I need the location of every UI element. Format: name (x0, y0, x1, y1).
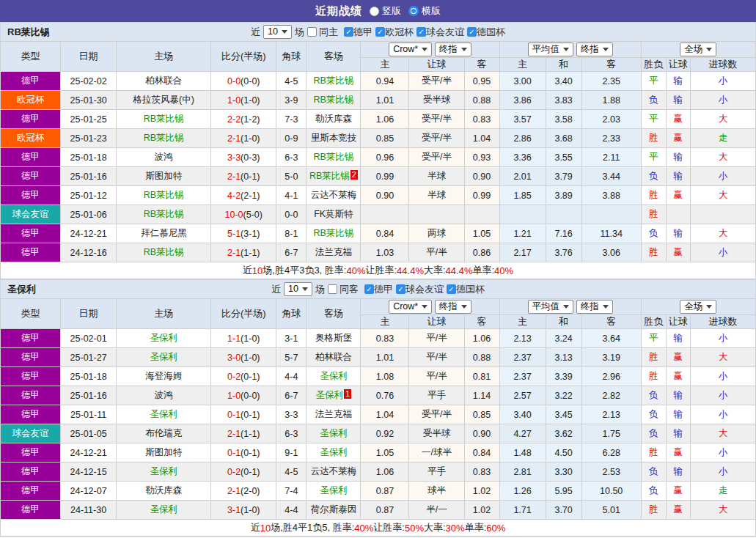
index-type-select-2[interactable]: 终指 (576, 43, 613, 56)
chevron-down-icon (461, 305, 467, 309)
checkbox-icon[interactable] (328, 284, 337, 294)
match-score: 2-1(1-1) (211, 424, 276, 443)
bookmaker-select-value: Crow* (393, 301, 418, 312)
checkbox-icon[interactable]: ✓ (364, 284, 374, 294)
halftime-score: (5-0) (243, 210, 263, 220)
handicap-line: 平/半 (409, 348, 464, 367)
avg-draw-odds: 3.22 (546, 386, 581, 405)
halftime-score: (0-1) (241, 467, 260, 477)
bookmaker-select-value: Crow* (393, 44, 418, 55)
corner-score: 4-4 (276, 367, 307, 386)
away-team: 里斯本竞技 (307, 129, 361, 148)
handicap-line: 受平/半 (409, 110, 464, 129)
goals-mark: 大 (690, 348, 755, 367)
crow-away-odds: 1.04 (464, 129, 499, 148)
period-select[interactable]: 全场 (680, 300, 716, 314)
home-team: 圣保利 (117, 348, 211, 367)
average-select[interactable]: 平均值 (528, 43, 574, 56)
rank-badge: 2 (351, 170, 358, 180)
league-badge: 德甲 (1, 482, 61, 501)
games-label: 场 (295, 26, 304, 39)
crow-home-odds: 0.99 (361, 167, 409, 186)
league-filter-德国杯[interactable]: ✓德国杯 (467, 26, 505, 39)
avg-away-odds: 2.03 (581, 110, 641, 129)
average-select[interactable]: 平均值 (528, 300, 574, 314)
corner-score: 8-1 (276, 224, 307, 243)
handicap-line: 半/一 (409, 501, 464, 520)
handicap-mark: 输 (666, 167, 690, 186)
title-bar: 近期战绩 竖版 横版 (0, 0, 756, 22)
summary-value: 40% (494, 265, 513, 276)
fulltime-score: 4-2 (227, 191, 241, 201)
avg-home-odds: 3.36 (499, 148, 546, 167)
avg-draw-odds: 3.76 (546, 243, 581, 262)
away-team-name: RB莱比锡 (313, 75, 353, 86)
away-team-name: 法兰克福 (315, 409, 352, 419)
avg-home-odds: 1.85 (499, 186, 546, 205)
handicap-line: 受平/半 (409, 129, 464, 148)
period-select[interactable]: 全场 (680, 43, 716, 56)
away-team: RB莱比锡2 (307, 167, 361, 186)
league-filter-德国杯[interactable]: ✓德国杯 (447, 283, 485, 296)
match-count-select[interactable]: 10 (284, 282, 312, 296)
away-team-name: 勒沃库森 (315, 114, 352, 124)
match-count-select[interactable]: 10 (263, 25, 292, 39)
handicap-line: 两球 (409, 224, 464, 243)
corner-score: 5-7 (276, 348, 307, 367)
league-filter-德甲[interactable]: ✓德甲 (364, 283, 393, 296)
match-date: 25-01-06 (61, 205, 117, 224)
col-header-avg-home: 主 (499, 58, 546, 72)
layout-radio-horizontal[interactable]: 横版 (408, 4, 441, 18)
radio-selected-icon[interactable] (408, 6, 419, 16)
radio-unselected-icon[interactable] (370, 7, 379, 16)
bookmaker-select[interactable]: Crow* (389, 43, 432, 56)
league-badge: 欧冠杯 (1, 129, 61, 148)
halftime-score: (0-0) (241, 76, 260, 86)
checkbox-icon[interactable]: ✓ (375, 27, 385, 37)
layout-radio-vertical[interactable]: 竖版 (370, 4, 401, 18)
league-badge: 德甲 (1, 243, 61, 262)
avg-away-odds: 1.88 (581, 91, 641, 110)
crow-away-odds: 0.84 (464, 443, 499, 463)
avg-home-odds: 1.48 (499, 443, 546, 463)
corner-score: 7-4 (276, 482, 307, 501)
crow-away-odds: 0.83 (464, 463, 499, 482)
checkbox-icon[interactable]: ✓ (344, 27, 353, 37)
checkbox-icon[interactable] (307, 27, 317, 37)
index-type-select-1[interactable]: 终指 (435, 300, 471, 314)
crow-home-odds: 0.96 (361, 148, 409, 167)
league-filter-德甲[interactable]: ✓德甲 (344, 26, 373, 39)
checkbox-icon[interactable]: ✓ (396, 284, 405, 294)
league-filter-球会友谊[interactable]: ✓球会友谊 (396, 283, 444, 296)
col-header-home: 主场 (117, 299, 211, 329)
result-mark: 负 (641, 91, 666, 110)
league-filter-欧冠杯[interactable]: ✓欧冠杯 (375, 26, 414, 39)
bookmaker-select[interactable]: Crow* (389, 300, 432, 314)
page-title: 近期战绩 (315, 4, 362, 18)
checkbox-icon[interactable]: ✓ (467, 27, 477, 37)
fulltime-score: 3-0 (227, 353, 241, 363)
col-header-result: 胜负 (641, 315, 666, 329)
section-filter-bar-1: RB莱比锡 近 10 场 同主 ✓德甲✓欧冠杯✓球会友谊✓德国杯 (0, 22, 756, 41)
away-team-name: 柏林联合 (315, 352, 352, 362)
same-venue-filter[interactable]: 同主 (307, 26, 338, 39)
handicap-mark: 输 (666, 463, 690, 482)
fulltime-score: 0-1 (227, 410, 241, 420)
checkbox-icon[interactable]: ✓ (416, 27, 426, 37)
col-header-avg-draw: 和 (546, 58, 581, 72)
avg-draw-odds: 3.62 (546, 424, 581, 443)
summary-text: 近 (251, 521, 260, 534)
corner-score: 4-5 (276, 72, 307, 91)
handicap-mark: 输 (666, 72, 690, 91)
crow-away-odds: 0.99 (464, 186, 499, 205)
home-team: 圣保利 (117, 501, 211, 520)
checkbox-icon[interactable]: ✓ (447, 284, 456, 294)
league-filter-球会友谊[interactable]: ✓球会友谊 (416, 26, 464, 39)
same-venue-filter[interactable]: 同客 (328, 283, 359, 296)
corner-score: 0-9 (276, 129, 307, 148)
index-type-select-1[interactable]: 终指 (435, 43, 471, 56)
league-badge: 德甲 (1, 367, 61, 386)
result-mark: 负 (641, 482, 666, 501)
index-type-select-2[interactable]: 终指 (576, 300, 613, 314)
match-score: 1-1(1-0) (211, 329, 276, 348)
